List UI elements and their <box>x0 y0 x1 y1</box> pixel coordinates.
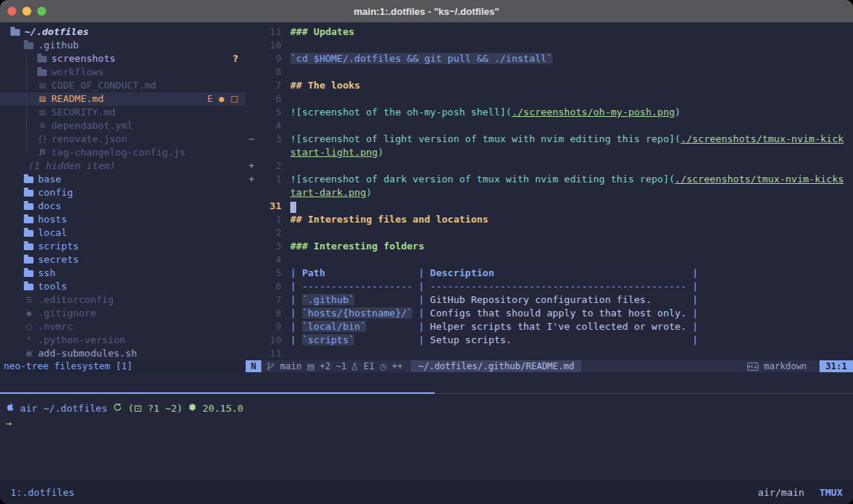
diff-added: +2 <box>320 361 330 371</box>
minimize-button[interactable] <box>22 7 31 16</box>
editor-line[interactable]: 3### Interesting folders <box>246 240 853 253</box>
line-number: 9 <box>259 52 281 66</box>
line-number: 3 <box>259 133 281 146</box>
tree-guide: │ <box>24 133 37 146</box>
zoom-button[interactable] <box>37 7 46 16</box>
tree-item[interactable]: └JStag-changelog-config.js <box>0 146 246 159</box>
folder-closed-icon <box>24 257 33 264</box>
prompt-arrow: → <box>6 418 12 429</box>
terminal-window: main:1:.dotfiles - "ks~/.dotfiles" ~/.do… <box>0 0 853 504</box>
prompt-continuation-line[interactable]: → <box>6 416 853 431</box>
tree-item[interactable]: *.python-version <box>0 334 246 347</box>
tree-item[interactable]: tools <box>0 280 246 293</box>
close-button[interactable] <box>7 7 16 16</box>
tree-item[interactable]: ◆.gitignore <box>0 307 246 320</box>
gitsign <box>246 66 259 79</box>
tree-item[interactable]: secrets <box>0 253 246 267</box>
line-number: 11 <box>259 347 281 360</box>
editor-line[interactable]: 6 <box>246 92 853 106</box>
line-text: | Path | Description | <box>281 267 698 280</box>
editor-line[interactable]: 4 <box>246 253 853 267</box>
editor-line[interactable]: 31 <box>246 200 853 213</box>
tree-item[interactable]: ~/.dotfiles <box>0 25 246 39</box>
editor-line[interactable]: +1![screenshot of dark version of tmux w… <box>246 173 853 186</box>
tree-item[interactable]: config <box>0 186 246 200</box>
tree-item[interactable]: .github <box>0 39 246 52</box>
tree-item[interactable]: scripts <box>0 240 246 253</box>
tree-item[interactable]: │▤README.mdE●□ <box>0 92 246 106</box>
tree-item[interactable]: docs <box>0 200 246 213</box>
line-number <box>259 186 281 200</box>
tree-item-label: local <box>38 226 67 240</box>
tree-guide: │ <box>24 92 37 106</box>
line-number: 11 <box>259 25 281 39</box>
prompt-cwd: ~/.dotfiles <box>43 403 107 414</box>
editor-line[interactable]: 2 <box>246 226 853 240</box>
badge: ● <box>219 92 225 106</box>
editor-line[interactable]: 10| `scripts` | Setup scripts. | <box>246 334 853 347</box>
tree-item-label: .python-version <box>38 334 125 347</box>
tree-item[interactable]: │▤SECURITY.md <box>0 106 246 119</box>
gitsign <box>246 267 259 280</box>
editor-line[interactable]: +2 <box>246 159 853 173</box>
tree-item-label: README.md <box>51 92 103 106</box>
gitsign <box>246 186 259 200</box>
tree-item[interactable]: │workflows <box>0 66 246 79</box>
tree-item[interactable]: hosts <box>0 213 246 226</box>
editor-line[interactable]: 8| `hosts/{hostname}/` | Configs that sh… <box>246 307 853 320</box>
editor-line[interactable]: 5| Path | Description | <box>246 267 853 280</box>
tree-item[interactable]: ▣add-submodules.sh <box>0 347 246 360</box>
tree-item[interactable]: ☰.editorconfig <box>0 293 246 307</box>
editor-line[interactable]: 7| `.github` | GitHub Repository configu… <box>246 293 853 307</box>
editor-line[interactable]: 10 <box>246 39 853 52</box>
tree-item-label: base <box>38 173 61 186</box>
line-text: ![screenshot of the oh-my-posh shell](./… <box>281 106 680 119</box>
editor-line[interactable]: 11 <box>246 347 853 360</box>
tree-item[interactable]: │⊛dependabot.yml <box>0 119 246 133</box>
mode-indicator: N <box>246 360 261 372</box>
badge: ? <box>233 52 238 66</box>
line-text: tart-dark.png) <box>281 186 372 200</box>
cursor <box>290 202 296 213</box>
editor-line[interactable]: 1## Interesting files and locations <box>246 213 853 226</box>
line-text: ### Updates <box>281 25 354 39</box>
tree-item[interactable]: base <box>0 173 246 186</box>
line-number: 10 <box>259 334 281 347</box>
tree-item[interactable]: │screenshots? <box>0 52 246 66</box>
tree-guide: │ <box>24 79 37 92</box>
editor-line[interactable]: 11### Updates <box>246 25 853 39</box>
line-text <box>281 200 296 213</box>
gitsign <box>246 200 259 213</box>
editor-line[interactable]: 8 <box>246 66 853 79</box>
tmux-window-item[interactable]: 1:.dotfiles <box>0 487 74 498</box>
line-text: start-light.png) <box>281 146 383 159</box>
tree-item[interactable]: .nvmrc <box>0 320 246 334</box>
editor-line[interactable]: 9`cd $HOME/.dotfiles && git pull && ./in… <box>246 52 853 66</box>
tree-item-label: tag-changelog-config.js <box>51 146 185 159</box>
tmux-pane-shell[interactable]: air ~/.dotfiles (⊡ ?1 ~2) 20.15.0 → <box>0 394 853 480</box>
folder-closed-icon <box>24 243 33 250</box>
tree-item[interactable]: ssh <box>0 267 246 280</box>
editor-line[interactable]: 4 <box>246 119 853 133</box>
editor-line[interactable]: 6| ------------------- | ---------------… <box>246 280 853 293</box>
editor-line[interactable]: ~3![screenshot of light version of tmux … <box>246 133 853 146</box>
editor-line[interactable]: start-light.png) <box>246 146 853 159</box>
tree-item[interactable]: (1 hidden item) <box>0 159 246 173</box>
editor-line[interactable]: tart-dark.png) <box>246 186 853 200</box>
gitsign <box>246 347 259 360</box>
folder-closed-icon <box>24 203 33 210</box>
gitsign <box>246 79 259 92</box>
tree-item[interactable]: │▤CODE_OF_CONDUCT.md <box>0 79 246 92</box>
cursor-position: 31:1 <box>820 360 853 372</box>
folder-closed-icon <box>37 69 47 76</box>
git-branch-icon <box>266 362 275 371</box>
editor-line[interactable]: 9| `local/bin` | Helper scripts that I'v… <box>246 320 853 334</box>
folder-closed-icon <box>24 176 33 183</box>
editor-line[interactable]: 7## The looks <box>246 79 853 92</box>
editor-buffer[interactable]: 11### Updates 10 9`cd $HOME/.dotfiles &&… <box>246 22 853 360</box>
neo-tree-source-label: neo-tree filesystem [1] <box>0 360 246 372</box>
doc-icon: ▤ <box>37 79 48 92</box>
editor-line[interactable]: 5![screenshot of the oh-my-posh shell](.… <box>246 106 853 119</box>
tree-item[interactable]: local <box>0 226 246 240</box>
tree-item[interactable]: │{}renovate.json <box>0 133 246 146</box>
